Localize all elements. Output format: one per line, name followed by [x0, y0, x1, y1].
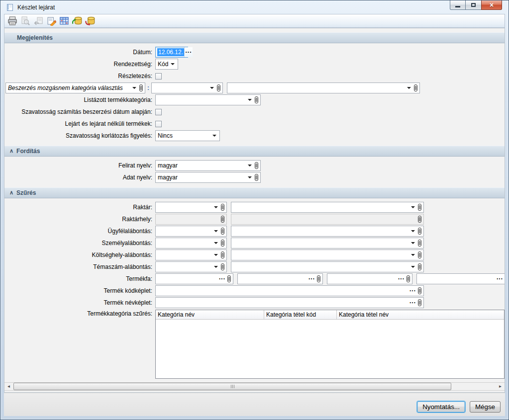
export-icon — [33, 15, 44, 27]
paperclip-icon — [221, 263, 224, 270]
caption-language-select[interactable]: magyar — [155, 160, 261, 171]
theme-breakdown-name-select[interactable] — [231, 261, 424, 272]
paperclip-icon — [418, 204, 421, 211]
date-input[interactable]: 12.06.12. ... — [155, 47, 188, 58]
section-header-szures[interactable]: ∧ Szűrés — [4, 187, 505, 198]
print-button[interactable]: Nyomtatás... — [417, 401, 465, 413]
database-undo-icon[interactable] — [85, 15, 96, 27]
dropdown-arrow-icon — [411, 254, 415, 256]
edit-icon[interactable] — [46, 15, 57, 27]
warehouse-place-label: Raktárhely: — [4, 216, 155, 223]
warranty-calc-checkbox[interactable] — [155, 109, 162, 115]
theme-breakdown-select[interactable] — [155, 261, 227, 272]
dropdown-arrow-icon — [210, 87, 214, 89]
person-breakdown-name-select[interactable] — [231, 238, 424, 249]
ellipsis-icon[interactable]: ... — [409, 286, 416, 293]
listed-category-label: Listázott termékkategória: — [4, 96, 155, 103]
costcenter-breakdown-select[interactable] — [155, 250, 227, 260]
dropdown-arrow-icon — [407, 87, 411, 89]
paperclip-icon — [221, 204, 224, 211]
column-header-item-code[interactable]: Kategória tétel kód — [264, 310, 337, 319]
dropdown-arrow-icon — [214, 266, 218, 268]
customer-breakdown-row: Ügyfélalábontás: — [4, 225, 505, 237]
warehouse-label: Raktár: — [4, 204, 155, 211]
print-icon[interactable] — [7, 15, 18, 27]
scroll-left-icon[interactable]: ◄ — [4, 383, 13, 390]
expired-products-label: Lejárt és lejárat nélküli termékek: — [4, 120, 155, 127]
detail-checkbox[interactable] — [155, 73, 162, 80]
paperclip-icon — [221, 216, 224, 223]
product-code-formula-field[interactable]: ... — [155, 285, 424, 296]
product-name-formula-field[interactable]: ... — [155, 297, 424, 308]
warehouse-name-select[interactable] — [231, 202, 424, 213]
minimize-button[interactable] — [450, 0, 466, 10]
expired-products-checkbox[interactable] — [155, 121, 162, 127]
close-button[interactable]: × — [481, 0, 502, 10]
paperclip-icon — [418, 240, 421, 247]
section-header-forditas[interactable]: ∧ Fordítás — [4, 146, 505, 157]
data-language-row: Adat nyelv: magyar — [4, 171, 505, 183]
date-row: Dátum: 12.06.12. ... — [4, 46, 505, 58]
ellipsis-icon[interactable]: ... — [497, 274, 503, 281]
movement-category-select[interactable]: Beszerzés mozgásnem kategória választás — [5, 83, 145, 93]
customer-breakdown-name-select[interactable] — [231, 226, 424, 237]
section-title: Megjelenítés — [17, 34, 53, 41]
paperclip-icon — [407, 275, 410, 282]
horizontal-scrollbar[interactable]: ◄ ► — [4, 382, 505, 391]
section-title: Fordítás — [16, 148, 40, 155]
data-language-select[interactable]: magyar — [155, 172, 261, 183]
form-area: Megjelenítés Dátum: 12.06.12. ... Rendez… — [4, 28, 505, 393]
costcenter-breakdown-name-select[interactable] — [231, 250, 424, 260]
paperclip-icon — [221, 240, 224, 247]
column-header-category-name[interactable]: Kategória név — [156, 310, 264, 319]
movement-category-value2-select[interactable] — [227, 83, 420, 93]
toolbar — [4, 14, 505, 28]
ellipsis-icon[interactable]: ... — [398, 274, 405, 281]
ellipsis-icon[interactable]: ... — [308, 274, 315, 281]
costcenter-breakdown-label: Költséghely-alábontás: — [4, 252, 155, 258]
listed-category-row: Listázott termékkategória: — [4, 94, 505, 106]
paperclip-icon — [418, 287, 421, 294]
date-picker-button[interactable]: ... — [184, 47, 193, 57]
product-tree-field-4[interactable]: ... — [416, 273, 505, 284]
collapse-icon: ∧ — [9, 189, 13, 196]
scrollbar-track[interactable] — [451, 383, 496, 390]
warehouse-place-name-field — [231, 214, 424, 225]
movement-category-value1-select[interactable] — [151, 83, 223, 93]
product-tree-field-2[interactable]: ... — [237, 273, 323, 284]
product-tree-field-3[interactable]: ... — [327, 273, 412, 284]
paperclip-icon — [255, 96, 258, 103]
warehouse-place-row: Raktárhely: — [4, 213, 505, 225]
separator-colon: : — [145, 84, 151, 91]
ellipsis-icon[interactable]: ... — [409, 298, 416, 305]
dropdown-arrow-icon — [411, 266, 415, 268]
maximize-button[interactable] — [465, 0, 482, 10]
order-label: Rendezettség: — [4, 61, 155, 68]
scroll-right-icon[interactable]: ► — [496, 383, 505, 390]
paperclip-icon — [317, 275, 320, 282]
product-category-filter-row: Termékkategória szűrés: Kategória név Ka… — [4, 309, 505, 379]
paperclip-icon — [255, 174, 258, 181]
table-header: Kategória név Kategória tétel kód Kategó… — [156, 310, 504, 320]
listed-category-select[interactable] — [155, 94, 261, 105]
cancel-button[interactable]: Mégse — [470, 401, 501, 413]
data-table-icon[interactable] — [59, 15, 70, 27]
scrollbar-thumb[interactable] — [13, 383, 451, 390]
warranty-watch-select[interactable]: Nincs — [155, 130, 220, 141]
paperclip-icon — [255, 162, 258, 169]
column-header-item-name[interactable]: Kategória tétel név — [337, 310, 504, 319]
dropdown-arrow-icon — [212, 135, 216, 137]
minimize-icon — [455, 6, 460, 7]
ellipsis-icon[interactable]: ... — [219, 274, 225, 281]
customer-breakdown-select[interactable] — [155, 226, 227, 237]
product-tree-field-1[interactable]: ... — [155, 273, 233, 284]
order-select[interactable]: Kód — [155, 59, 178, 70]
titlebar[interactable]: Készlet lejárat × — [0, 0, 509, 14]
warehouse-select[interactable] — [155, 202, 227, 213]
person-breakdown-select[interactable] — [155, 238, 227, 249]
category-filter-table[interactable]: Kategória név Kategória tétel kód Kategó… — [155, 310, 505, 379]
dropdown-arrow-icon — [214, 206, 218, 208]
detail-row: Részletezés: — [4, 70, 505, 82]
database-refresh-icon[interactable] — [72, 15, 83, 27]
theme-breakdown-label: Témaszám-alábontás: — [4, 263, 155, 270]
